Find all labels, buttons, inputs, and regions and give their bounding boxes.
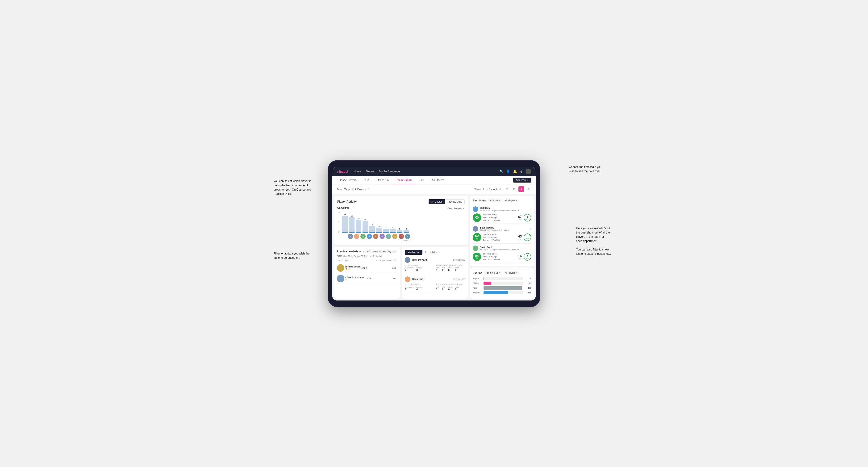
scoring-value-pars: 499 xyxy=(524,287,531,289)
shot-circle-david: 0 yds xyxy=(524,253,531,261)
on-course-toggle[interactable]: On Course xyxy=(429,199,445,204)
plus-circle-icon[interactable]: ⊕ xyxy=(520,169,523,173)
scoring-bar-fill-bogeys xyxy=(484,291,508,294)
bs-header: Best Shots All Shots ▼ All Players ▼ xyxy=(473,199,531,202)
shot-info-blair: Shot Dist: 43 yds Start Lie: Rough End L… xyxy=(483,233,516,242)
chart-filter-label: Total Rounds xyxy=(448,207,462,210)
list-view-icon[interactable]: ⊟ xyxy=(512,186,517,192)
shot-chevron-david[interactable]: › xyxy=(530,247,531,250)
lb-name-richard: Richard Butler xyxy=(345,266,360,268)
tab-least-active[interactable]: Least Active xyxy=(423,250,441,255)
chart-section-row: On Course Total Rounds ▼ xyxy=(337,207,465,211)
shot-circle-blair: 0 yds xyxy=(524,234,531,241)
player-activity-card: Player Activity On Course Practice Drill… xyxy=(334,196,468,245)
nav-home[interactable]: Home xyxy=(353,170,361,173)
bar-e-ebert: 5 xyxy=(369,224,375,233)
shot-chevron-matt[interactable]: › xyxy=(530,208,531,211)
scoring-filter-par[interactable]: Par 3, 4 & 5s ▼ xyxy=(484,271,502,275)
view-icons: ⊞ ⊟ ♥ ≡ xyxy=(504,186,531,192)
active-date-blair: 26 Aug 2023 xyxy=(453,259,465,261)
shot-name-david: David Ford xyxy=(480,246,519,249)
avatar-j-coles: J xyxy=(367,234,372,239)
active-player-rees: Rees Britt 02 Sep 2023 Total Rounds Tour… xyxy=(405,276,465,293)
bs-filter-players[interactable]: All Players ▼ xyxy=(503,199,519,202)
tab-hcaps[interactable]: Hcaps 1-5 xyxy=(374,176,392,184)
shot-circle-matt: 0 yds xyxy=(524,214,531,221)
add-team-button[interactable]: Add Team + xyxy=(513,178,531,183)
tab-pgat-players[interactable]: PGAT Players xyxy=(337,176,360,184)
shot-player-blair-row: Blair McHarg 23 Jul 2023 · Ashridge GC, … xyxy=(473,226,531,231)
lb-score-richard: 19/20 xyxy=(361,267,391,269)
bar-chart-container: 10 5 0 13 xyxy=(337,212,465,242)
shot-name-matt: Matt Miller xyxy=(480,207,519,210)
tab-most-active[interactable]: Most Active xyxy=(405,250,423,255)
scoring-bar-birdies: Birdies 96 xyxy=(473,282,531,285)
time-select[interactable]: Last 3 months xyxy=(483,188,500,191)
practice-drills-toggle[interactable]: Practice Drills xyxy=(445,199,465,204)
bar-chart: 10 5 0 13 xyxy=(342,212,465,233)
scoring-header: Scoring Par 3, 4 & 5s ▼ All Players ▼ xyxy=(473,271,531,275)
nav-links: Home Teams My Performance xyxy=(353,170,494,173)
avatar-e-crossman: E xyxy=(399,234,404,239)
lb-filter[interactable]: PUTT Must Make Putting ... ▼ xyxy=(366,250,397,253)
shot-item-david: David Ford 24 Aug 2023 · Royal North Dev… xyxy=(473,244,531,263)
show-label: Show: xyxy=(474,188,482,191)
most-active-card: Most Active Least Active Blair McHarg 26… xyxy=(402,247,468,299)
avatar-l-robertson: L xyxy=(405,234,410,239)
scoring-label-eagles: Eagles xyxy=(473,277,482,280)
bar-l-robertson: 2 xyxy=(404,228,409,233)
main-content: Player Activity On Course Practice Drill… xyxy=(332,194,536,301)
shot-stat-matt-2: 0 yds xyxy=(524,214,531,221)
chart-filter[interactable]: Total Rounds ▼ xyxy=(448,207,465,210)
scoring-filter-players[interactable]: All Players ▼ xyxy=(503,271,519,275)
edit-icon[interactable]: ✏ xyxy=(368,187,370,191)
bs-filter-players-label: All Players xyxy=(505,199,515,201)
tab-team-clippd[interactable]: Team Clippd xyxy=(393,176,415,184)
nav-teams[interactable]: Teams xyxy=(366,170,374,173)
active-name-blair: Blair McHarg xyxy=(412,258,427,261)
lb-title: Practice Leaderboards xyxy=(337,250,365,253)
avatar-r-butler: R xyxy=(386,234,391,239)
tab-all-players[interactable]: All Players xyxy=(429,176,447,184)
sub-nav: PGAT Players PGA Hcaps 1-5 Team Clippd T… xyxy=(332,176,536,184)
scoring-title: Scoring xyxy=(473,272,483,274)
shot-stat-blair-2: 0 yds xyxy=(524,234,531,241)
scoring-filter-par-label: Par 3, 4 & 5s xyxy=(486,272,498,274)
shot-stat-blair-1: 43 yds xyxy=(518,235,522,240)
user-icon[interactable]: 👤 xyxy=(506,169,510,173)
y-label-5: 5 xyxy=(338,221,340,223)
bar-b-mcharg: 13 xyxy=(342,214,348,233)
bell-icon[interactable]: 🔔 xyxy=(513,169,517,173)
detail-view-icon[interactable]: ≡ xyxy=(526,186,531,192)
activity-card-header: Player Activity On Course Practice Drill… xyxy=(337,199,465,204)
lb-col-pb-score: PB SCORE xyxy=(376,259,386,261)
search-icon[interactable]: 🔍 xyxy=(499,169,503,173)
scoring-label-bogeys: Bogeys xyxy=(473,291,482,294)
nav-performance[interactable]: My Performance xyxy=(379,170,400,173)
shot-chevron-blair[interactable]: › xyxy=(530,227,531,230)
user-avatar[interactable] xyxy=(526,168,531,174)
tab-tour[interactable]: Tour xyxy=(416,176,427,184)
avatar-g-billingham: G xyxy=(379,234,385,239)
scoring-value-eagles: 3 xyxy=(524,277,531,280)
practice-leaderboard-card: Practice Leaderboards PUTT Must Make Put… xyxy=(334,247,400,299)
bs-filter-shots[interactable]: All Shots ▼ xyxy=(488,199,501,202)
avatar-m-miller: M xyxy=(392,234,398,239)
heart-view-icon[interactable]: ♥ xyxy=(519,186,524,192)
scoring-bar-container-eagles xyxy=(484,277,523,280)
shot-detail-blair: 23 Jul 2023 · Ashridge GC, Hole 15 xyxy=(480,229,509,231)
time-select-arrow[interactable]: ▼ xyxy=(500,188,501,190)
scoring-bar-container-bogeys xyxy=(484,291,523,294)
active-avatar-blair xyxy=(405,257,410,263)
shot-avatar-matt xyxy=(473,206,478,212)
blair-stats-row: Total Rounds Tournament 7 Practice xyxy=(405,264,465,272)
scoring-bar-bogeys: Bogeys 315 xyxy=(473,291,531,294)
grid-view-icon[interactable]: ⊞ xyxy=(504,186,510,192)
avatar-b-britt: B xyxy=(354,234,359,239)
avatar-d-ford: D xyxy=(361,234,366,239)
activity-card-title: Player Activity xyxy=(337,200,356,203)
y-label-10: 10 xyxy=(338,212,340,213)
tab-pga[interactable]: PGA xyxy=(361,176,373,184)
shot-avatar-blair xyxy=(473,226,478,231)
chart-filter-arrow[interactable]: ▼ xyxy=(463,208,465,210)
